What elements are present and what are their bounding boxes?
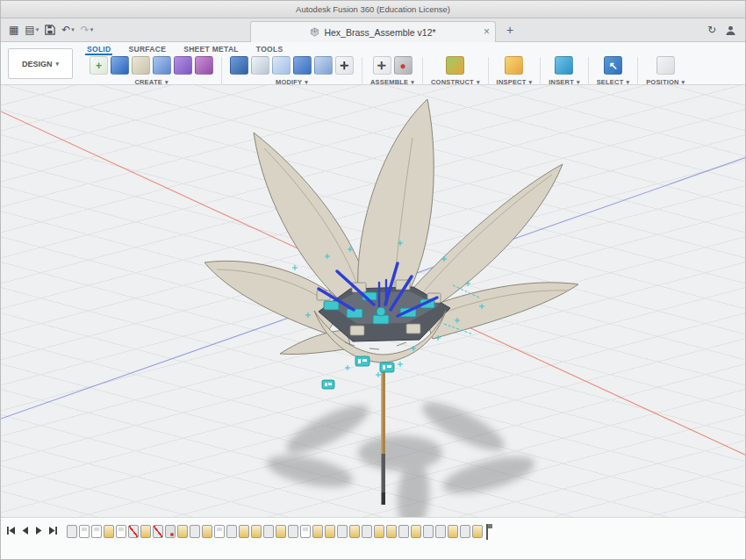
timeline-marker[interactable] xyxy=(486,524,493,540)
timeline-feature-icon[interactable] xyxy=(263,525,274,538)
timeline-feature-icon[interactable] xyxy=(202,525,212,538)
timeline-feature-icon[interactable] xyxy=(140,525,151,538)
timeline-feature-icon[interactable] xyxy=(288,525,298,538)
extrude-icon[interactable] xyxy=(111,56,129,75)
data-panel-icon[interactable]: ▦ xyxy=(9,24,18,36)
tabbar-right-icons: ↻ xyxy=(707,24,736,36)
ribbon-separator xyxy=(221,57,222,89)
file-menu-icon[interactable]: ▤▾ xyxy=(25,24,39,36)
insert-canvas-icon[interactable] xyxy=(555,56,573,75)
shell-icon[interactable] xyxy=(272,56,291,75)
model-shadow xyxy=(264,394,538,517)
workspace-label: DESIGN xyxy=(22,60,53,68)
timeline-feature-icon[interactable] xyxy=(362,525,372,538)
tab-sheet-metal[interactable]: SHEET METAL xyxy=(182,44,240,55)
document-tab[interactable]: Hex_Brass_Assemble v12* × xyxy=(250,21,496,42)
timeline-playback-controls xyxy=(6,524,58,535)
timeline-feature-icon[interactable] xyxy=(398,525,409,538)
timeline-feature-icon[interactable] xyxy=(300,525,311,538)
timeline-feature-icon[interactable] xyxy=(349,525,360,538)
timeline-feature-icon[interactable] xyxy=(116,525,126,538)
caret-down-icon: ▾ xyxy=(71,26,75,33)
profile-icon[interactable] xyxy=(725,25,736,36)
group-assemble: ✛● ASSEMBLE▾ xyxy=(366,56,419,86)
file-icon: ▤ xyxy=(25,24,34,36)
timeline-feature-icon[interactable] xyxy=(312,525,323,538)
box-icon[interactable] xyxy=(132,56,150,75)
ribbon-tabs: SOLID SURFACE SHEET METAL TOOLS xyxy=(85,42,745,55)
fusion-window: Autodesk Fusion 360 (Education License) … xyxy=(0,0,746,560)
caret-down-icon: ▾ xyxy=(90,26,94,33)
redo-icon[interactable]: ↷▾ xyxy=(81,24,94,36)
skip-to-end-button[interactable] xyxy=(48,526,58,535)
move-copy-icon[interactable]: ✛ xyxy=(335,56,354,75)
close-tab-icon[interactable]: × xyxy=(484,25,490,38)
play-button[interactable] xyxy=(34,526,44,535)
construction-plane-icon[interactable] xyxy=(446,56,464,75)
viewport-3d[interactable] xyxy=(1,85,745,517)
joint-icon[interactable]: ● xyxy=(394,56,412,75)
document-cube-icon xyxy=(310,27,319,37)
timeline-feature-icon[interactable] xyxy=(386,525,397,538)
brass-stem[interactable] xyxy=(382,357,386,505)
pattern-icon[interactable] xyxy=(153,56,171,75)
ribbon-separator xyxy=(422,57,423,89)
timeline-feature-icon[interactable] xyxy=(472,525,483,538)
caret-down-icon: ▾ xyxy=(56,61,60,68)
timeline-feature-icon[interactable] xyxy=(448,525,458,538)
sync-icon[interactable]: ↻ xyxy=(707,24,716,36)
step-back-button[interactable] xyxy=(20,526,30,535)
timeline-feature-icon[interactable] xyxy=(128,525,139,538)
tab-solid[interactable]: SOLID xyxy=(85,44,112,55)
skip-to-start-button[interactable] xyxy=(6,526,16,535)
timeline-feature-icon[interactable] xyxy=(411,525,421,538)
ribbon-groups: + CREATE▾ ✛ MODIFY▾ ✛● ASSEMBLE▾ CONSTRU… xyxy=(85,56,745,89)
group-position: POSITION▾ xyxy=(642,56,689,86)
select-icon[interactable]: ↖ xyxy=(604,56,622,75)
timeline-feature-icon[interactable] xyxy=(460,525,470,538)
group-inspect: INSPECT▾ xyxy=(492,56,537,86)
timeline-feature-icon[interactable] xyxy=(165,525,176,538)
create-sketch-icon[interactable]: + xyxy=(90,56,108,75)
timeline-feature-icon[interactable] xyxy=(79,525,90,538)
tab-tools[interactable]: TOOLS xyxy=(255,44,285,55)
window-title: Autodesk Fusion 360 (Education License) xyxy=(296,4,450,14)
timeline-feature-icon[interactable] xyxy=(276,525,286,538)
ribbon-separator xyxy=(540,57,541,89)
timeline-feature-icon[interactable] xyxy=(374,525,384,538)
new-component-icon[interactable]: ✛ xyxy=(373,56,391,75)
undo-icon[interactable]: ↶▾ xyxy=(61,24,75,36)
group-create: + CREATE▾ xyxy=(85,56,218,86)
timeline-feature-icon[interactable] xyxy=(251,525,262,538)
timeline-feature-icon[interactable] xyxy=(435,525,446,538)
save-icon[interactable] xyxy=(45,25,55,35)
workspace-selector[interactable]: DESIGN ▾ xyxy=(8,48,73,79)
timeline-feature-icon[interactable] xyxy=(325,525,335,538)
timeline-feature-icon[interactable] xyxy=(226,525,237,538)
press-pull-icon[interactable] xyxy=(230,56,248,75)
form-icon[interactable] xyxy=(195,56,213,75)
capture-position-icon[interactable] xyxy=(656,56,675,75)
timeline-feature-icon[interactable] xyxy=(239,525,249,538)
measure-icon[interactable] xyxy=(505,56,523,75)
timeline-feature-icon[interactable] xyxy=(214,525,225,538)
ribbon-separator xyxy=(362,57,362,89)
timeline-feature-icon[interactable] xyxy=(190,525,200,538)
model-scene xyxy=(1,85,746,517)
timeline-feature-icon[interactable] xyxy=(177,525,188,538)
coil-icon[interactable] xyxy=(174,56,192,75)
timeline-feature-icon[interactable] xyxy=(153,525,163,538)
split-body-icon[interactable] xyxy=(314,56,333,75)
combine-icon[interactable] xyxy=(293,56,312,75)
timeline-feature-icon[interactable] xyxy=(337,525,348,538)
tab-surface[interactable]: SURFACE xyxy=(126,44,168,55)
timeline-feature-icon[interactable] xyxy=(104,525,114,538)
timeline-feature-icon[interactable] xyxy=(67,525,77,538)
ribbon-separator xyxy=(488,57,489,89)
timeline-feature-icon[interactable] xyxy=(91,525,102,538)
fillet-icon[interactable] xyxy=(251,56,269,75)
caret-down-icon: ▾ xyxy=(36,26,39,33)
timeline-feature-icon[interactable] xyxy=(423,525,434,538)
titlebar: Autodesk Fusion 360 (Education License) xyxy=(1,1,745,18)
new-tab-icon[interactable]: + xyxy=(506,23,513,37)
